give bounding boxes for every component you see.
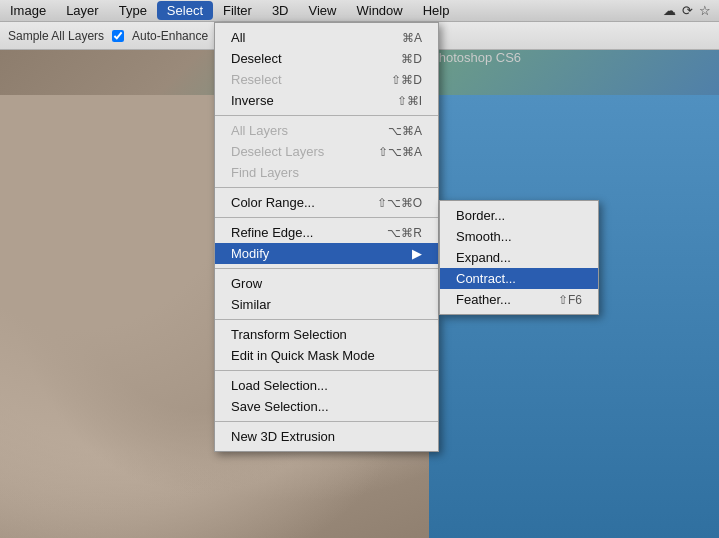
submenu-item-expand[interactable]: Expand... bbox=[440, 247, 598, 268]
separator-2 bbox=[215, 187, 438, 188]
separator-7 bbox=[215, 421, 438, 422]
separator-3 bbox=[215, 217, 438, 218]
menu-item-grow[interactable]: Grow bbox=[215, 273, 438, 294]
auto-enhance-label: Auto-Enhance bbox=[132, 29, 208, 43]
menu-item-load-selection[interactable]: Load Selection... bbox=[215, 375, 438, 396]
sample-all-layers-label: Sample All Layers bbox=[8, 29, 104, 43]
separator-4 bbox=[215, 268, 438, 269]
menubar-item-filter[interactable]: Filter bbox=[213, 1, 262, 20]
submenu-item-border[interactable]: Border... bbox=[440, 205, 598, 226]
modify-submenu: Border... Smooth... Expand... Contract..… bbox=[439, 200, 599, 315]
select-dropdown-menu: All ⌘A Deselect ⌘D Reselect ⇧⌘D Inverse … bbox=[214, 22, 439, 452]
app-title: Photoshop CS6 bbox=[430, 50, 521, 65]
menubar-item-image[interactable]: Image bbox=[0, 1, 56, 20]
menubar-right-icons: ☁ ⟳ ☆ bbox=[663, 3, 719, 18]
sync-icon: ⟳ bbox=[682, 3, 693, 18]
menubar-item-type[interactable]: Type bbox=[109, 1, 157, 20]
menubar-item-window[interactable]: Window bbox=[346, 1, 412, 20]
submenu-item-feather[interactable]: Feather... ⇧F6 bbox=[440, 289, 598, 310]
menu-item-all[interactable]: All ⌘A bbox=[215, 27, 438, 48]
menu-item-new-3d-extrusion[interactable]: New 3D Extrusion bbox=[215, 426, 438, 447]
submenu-item-smooth[interactable]: Smooth... bbox=[440, 226, 598, 247]
menubar-item-help[interactable]: Help bbox=[413, 1, 460, 20]
separator-6 bbox=[215, 370, 438, 371]
sample-all-layers-checkbox[interactable] bbox=[112, 30, 124, 42]
menubar-item-view[interactable]: View bbox=[299, 1, 347, 20]
separator-5 bbox=[215, 319, 438, 320]
menu-item-all-layers[interactable]: All Layers ⌥⌘A bbox=[215, 120, 438, 141]
menu-item-modify[interactable]: Modify ▶ bbox=[215, 243, 438, 264]
separator-1 bbox=[215, 115, 438, 116]
blue-wall bbox=[429, 95, 719, 538]
menu-item-reselect[interactable]: Reselect ⇧⌘D bbox=[215, 69, 438, 90]
submenu-item-contract[interactable]: Contract... bbox=[440, 268, 598, 289]
bookmark-icon: ☆ bbox=[699, 3, 711, 18]
menu-item-save-selection[interactable]: Save Selection... bbox=[215, 396, 438, 417]
menu-item-transform-selection[interactable]: Transform Selection bbox=[215, 324, 438, 345]
menubar-item-3d[interactable]: 3D bbox=[262, 1, 299, 20]
menubar-item-layer[interactable]: Layer bbox=[56, 1, 109, 20]
menu-item-edit-quick-mask[interactable]: Edit in Quick Mask Mode bbox=[215, 345, 438, 366]
cloud-icon: ☁ bbox=[663, 3, 676, 18]
menu-item-color-range[interactable]: Color Range... ⇧⌥⌘O bbox=[215, 192, 438, 213]
menubar-item-select[interactable]: Select bbox=[157, 1, 213, 20]
menu-item-find-layers[interactable]: Find Layers bbox=[215, 162, 438, 183]
menu-item-inverse[interactable]: Inverse ⇧⌘I bbox=[215, 90, 438, 111]
submenu-arrow-icon: ▶ bbox=[412, 246, 422, 261]
menu-item-deselect-layers[interactable]: Deselect Layers ⇧⌥⌘A bbox=[215, 141, 438, 162]
menubar: Image Layer Type Select Filter 3D View W… bbox=[0, 0, 719, 22]
menu-item-similar[interactable]: Similar bbox=[215, 294, 438, 315]
menu-item-deselect[interactable]: Deselect ⌘D bbox=[215, 48, 438, 69]
menu-item-refine-edge[interactable]: Refine Edge... ⌥⌘R bbox=[215, 222, 438, 243]
